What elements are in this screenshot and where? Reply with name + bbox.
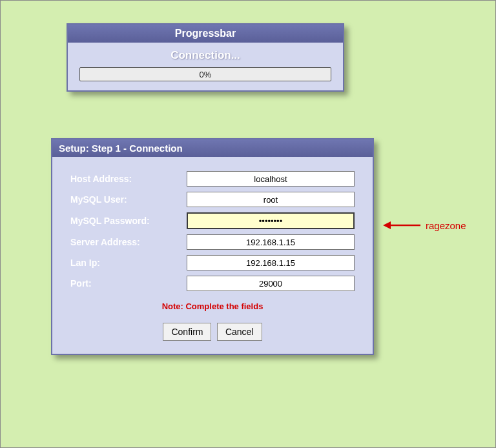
input-server-address[interactable] xyxy=(187,234,355,250)
setup-body: Host Address: MySQL User: MySQL Password… xyxy=(52,157,373,354)
progressbar-percent: 0% xyxy=(200,70,212,79)
annotation-text: ragezone xyxy=(426,220,466,231)
progressbar-track: 0% xyxy=(79,67,331,81)
label-host: Host Address: xyxy=(70,174,187,184)
row-port: Port: xyxy=(70,276,355,291)
row-user: MySQL User: xyxy=(70,192,355,207)
svg-marker-1 xyxy=(383,221,391,229)
progressbar-status: Connection... xyxy=(79,49,331,62)
confirm-button[interactable]: Confirm xyxy=(163,323,211,341)
input-host-address[interactable] xyxy=(187,171,355,187)
setup-panel: Setup: Step 1 - Connection Host Address:… xyxy=(51,138,374,355)
row-host: Host Address: xyxy=(70,171,355,187)
setup-title: Setup: Step 1 - Connection xyxy=(52,139,373,157)
label-password: MySQL Password: xyxy=(70,216,187,226)
label-port: Port: xyxy=(70,278,187,289)
input-mysql-user[interactable] xyxy=(187,192,355,207)
row-lan: Lan Ip: xyxy=(70,255,355,270)
label-server: Server Address: xyxy=(70,237,187,247)
progressbar-title: Progressbar xyxy=(68,25,343,43)
input-lan-ip[interactable] xyxy=(187,255,355,270)
label-lan: Lan Ip: xyxy=(70,258,187,268)
note-text: Note: Complete the fields xyxy=(70,301,355,311)
input-mysql-password[interactable] xyxy=(187,212,355,229)
arrow-left-icon xyxy=(383,219,422,232)
progressbar-body: Connection... 0% xyxy=(68,43,343,90)
cancel-button[interactable]: Cancel xyxy=(217,323,262,341)
progressbar-panel: Progressbar Connection... 0% xyxy=(67,23,344,92)
input-port[interactable] xyxy=(187,276,355,291)
annotation: ragezone xyxy=(383,219,466,232)
row-server: Server Address: xyxy=(70,234,355,250)
label-user: MySQL User: xyxy=(70,194,187,205)
row-password: MySQL Password: xyxy=(70,212,355,229)
button-row: Confirm Cancel xyxy=(70,323,355,341)
